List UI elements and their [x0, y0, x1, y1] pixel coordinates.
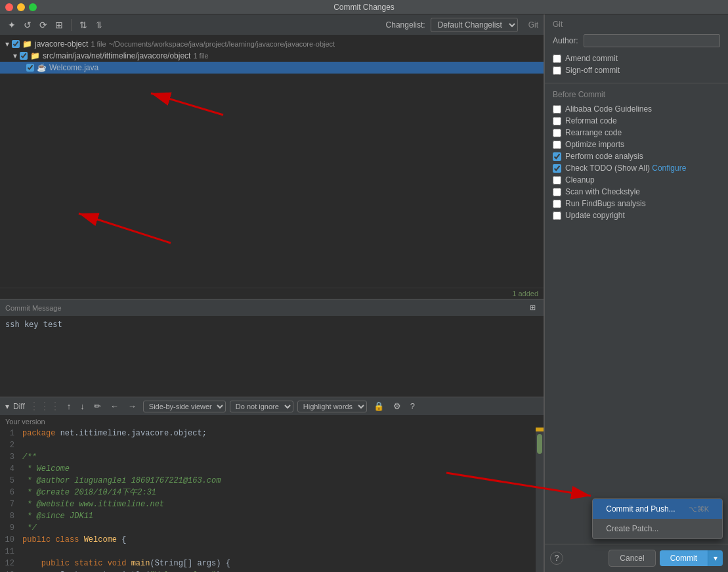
scrollbar-thumb[interactable]	[537, 434, 542, 454]
diff-expand-icon: ▾	[5, 402, 9, 411]
divider-1	[545, 83, 728, 83]
reformat-label: Reformat code	[565, 116, 617, 125]
code-line-5: 5 * @author liuguanglei 18601767221@163.…	[0, 475, 544, 487]
analysis-checkbox[interactable]	[553, 152, 561, 161]
titlebar: Commit Changes	[0, 0, 728, 14]
left-panel: ✦ ↺ ⟳ ⊞ ⇅ ⥮ Changelist: Default Changeli…	[0, 14, 544, 572]
code-scrollbar[interactable]	[536, 428, 544, 572]
alibaba-checkbox[interactable]	[553, 105, 561, 114]
create-patch-item[interactable]: Create Patch...	[593, 519, 722, 539]
src-name: src/main/java/net/ittimeline/javacore/ob…	[43, 51, 190, 60]
minimize-button[interactable]	[17, 3, 25, 11]
dropdown-popup: Commit and Push... ⌥⌘K Create Patch...	[592, 498, 723, 539]
src-checkbox[interactable]	[20, 52, 28, 60]
changelist-label: Changelist:	[386, 20, 425, 30]
signoff-label: Sign-off commit	[565, 66, 620, 75]
commit-msg-action[interactable]: ⊞	[527, 302, 538, 313]
checkstyle-label: Scan with Checkstyle	[565, 187, 640, 196]
filter-button[interactable]: ⥮	[93, 18, 106, 32]
tree-file[interactable]: ☕ Welcome.java	[0, 62, 544, 74]
commit-button-group: Commit ▾	[660, 550, 723, 566]
bottom-bar: ? Cancel Commit ▾	[545, 544, 728, 572]
copyright-checkbox[interactable]	[553, 211, 561, 220]
help-btn-diff[interactable]: ?	[408, 400, 418, 412]
file-count-bar: 1 added	[0, 288, 544, 299]
refresh-button[interactable]: ⟳	[37, 18, 50, 32]
commit-main-button[interactable]: Commit	[660, 550, 708, 566]
tree-src[interactable]: ▾ 📁 src/main/java/net/ittimeline/javacor…	[0, 50, 544, 62]
rearrange-checkbox[interactable]	[553, 129, 561, 137]
git-section-label: Git	[545, 14, 728, 32]
analysis-label: Perform code analysis	[565, 152, 643, 161]
ignore-select[interactable]: Do not ignore	[230, 401, 293, 412]
configure-link[interactable]: Configure	[652, 164, 686, 173]
author-label: Author:	[553, 36, 578, 45]
create-patch-label: Create Patch...	[606, 524, 658, 533]
commit-push-shortcut: ⌥⌘K	[689, 505, 709, 514]
diff-section: ▾ Diff ⋮⋮⋮ ↑ ↓ ✏ ← → Side-by-side viewer…	[0, 397, 544, 572]
scroll-up-btn[interactable]: ↑	[64, 400, 74, 412]
file-checkbox[interactable]	[26, 64, 34, 72]
tree-root[interactable]: ▾ 📁 javacore-object 1 file ~/Documents/w…	[0, 38, 544, 50]
cleanup-checkbox[interactable]	[553, 176, 561, 185]
findbugs-checkbox[interactable]	[553, 200, 561, 208]
viewer-select[interactable]: Side-by-side viewer	[143, 401, 226, 412]
commit-message-header: Commit Message ⊞	[0, 299, 544, 316]
copyright-item: Update copyright	[553, 209, 720, 221]
help-button[interactable]: ?	[550, 552, 563, 565]
window-controls[interactable]	[5, 3, 37, 11]
commit-push-item[interactable]: Commit and Push... ⌥⌘K	[593, 499, 722, 519]
reformat-item: Reformat code	[553, 115, 720, 127]
code-line-10: 10 public class Welcome {	[0, 534, 544, 546]
group-button[interactable]: ⊞	[53, 18, 66, 32]
commit-message-input[interactable]: ssh key test	[0, 316, 544, 395]
forward-btn[interactable]: →	[125, 400, 139, 412]
sort-button[interactable]: ⇅	[77, 18, 90, 32]
todo-label: Check TODO (Show All) Configure	[565, 164, 686, 173]
amend-checkbox[interactable]	[553, 55, 561, 63]
maximize-button[interactable]	[29, 3, 37, 11]
optimize-item: Optimize imports	[553, 139, 720, 150]
checkstyle-checkbox[interactable]	[553, 188, 561, 196]
scrollbar-marker	[536, 428, 544, 431]
cancel-button[interactable]: Cancel	[609, 550, 655, 567]
code-line-8: 8 * @since JDK11	[0, 510, 544, 522]
window-title: Commit Changes	[333, 3, 395, 12]
before-commit-items: Alibaba Code Guidelines Reformat code Re…	[545, 102, 728, 544]
root-checkbox[interactable]	[12, 40, 20, 48]
add-button[interactable]: ✦	[5, 18, 18, 32]
file-name: Welcome.java	[49, 63, 98, 72]
lock-btn[interactable]: 🔒	[371, 400, 387, 412]
root-name: javacore-object	[35, 39, 88, 49]
code-line-1: 1 package net.ittimeline.javacore.object…	[0, 428, 544, 439]
commit-push-label: Commit and Push...	[606, 504, 675, 514]
src-count: 1 file	[193, 52, 208, 60]
added-count: 1 added	[512, 290, 538, 297]
author-input[interactable]	[584, 34, 720, 47]
close-button[interactable]	[5, 3, 13, 11]
signoff-checkbox[interactable]	[553, 66, 561, 75]
todo-checkbox[interactable]	[553, 164, 561, 173]
settings-btn[interactable]: ⚙	[391, 400, 404, 412]
checkstyle-item: Scan with Checkstyle	[553, 186, 720, 198]
commit-dropdown-button[interactable]: ▾	[708, 550, 723, 566]
cleanup-label: Cleanup	[565, 175, 595, 185]
optimize-checkbox[interactable]	[553, 141, 561, 149]
git-label: Git	[528, 20, 538, 30]
root-path: ~/Documents/workspace/java/project/learn…	[109, 40, 335, 48]
undo-button[interactable]: ↺	[21, 18, 34, 32]
code-view[interactable]: 1 package net.ittimeline.javacore.object…	[0, 428, 544, 572]
separator	[71, 19, 72, 31]
amend-checkbox-item: Amend commit	[553, 53, 720, 64]
scroll-down-btn[interactable]: ↓	[77, 400, 87, 412]
code-line-11: 11	[0, 546, 544, 558]
diff-label: Diff	[13, 402, 25, 411]
toolbar: ✦ ↺ ⟳ ⊞ ⇅ ⥮ Changelist: Default Changeli…	[0, 14, 544, 35]
amend-label: Amend commit	[565, 54, 618, 63]
code-line-9: 9 */	[0, 522, 544, 534]
changelist-select[interactable]: Default Changelist	[431, 18, 518, 32]
highlight-select[interactable]: Highlight words	[297, 401, 367, 412]
edit-btn[interactable]: ✏	[91, 400, 104, 412]
back-btn[interactable]: ←	[108, 400, 121, 412]
reformat-checkbox[interactable]	[553, 117, 561, 125]
